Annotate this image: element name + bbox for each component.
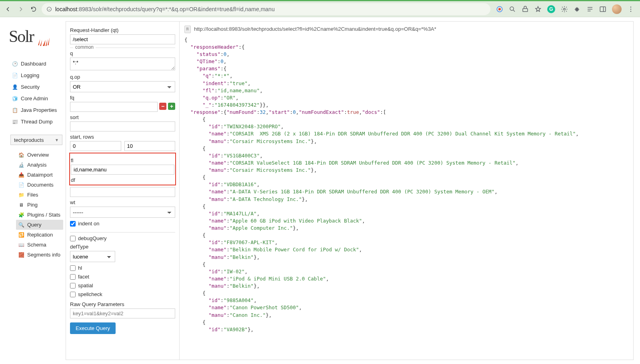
info-icon [46, 6, 52, 12]
nav-label: Security [21, 84, 40, 90]
nav-item-logging[interactable]: 📄Logging [10, 70, 66, 81]
url-rest: :8983/solr/#/techproducts/query?q=*:*&q.… [77, 6, 274, 12]
df-input[interactable] [70, 187, 175, 197]
subnav-label: Files [27, 192, 38, 198]
q-input[interactable] [70, 58, 175, 70]
extensions-puzzle-icon[interactable] [574, 6, 581, 13]
grammarly-icon[interactable]: G [547, 5, 555, 13]
forward-button[interactable] [16, 4, 26, 14]
nav-item-core-admin[interactable]: 🧊Core Admin [10, 93, 66, 104]
fq-add-button[interactable]: + [168, 103, 175, 110]
qt-input[interactable] [70, 34, 175, 44]
hl-label: hl [78, 265, 82, 271]
core-selector[interactable]: techproducts ▼ [10, 135, 62, 145]
solr-logo: Solr [9, 27, 66, 46]
subnav-item-schema[interactable]: 📖Schema [16, 240, 66, 250]
side-panel-icon[interactable] [599, 6, 606, 13]
fl-df-highlight-box: fl df [69, 153, 176, 185]
subnav-item-plugins-stats[interactable]: 🧩Plugins / Stats [16, 210, 66, 220]
execute-query-button[interactable]: Execute Query [70, 322, 116, 334]
subnav-item-replication[interactable]: 🔁Replication [16, 230, 66, 240]
subnav-item-dataimport[interactable]: 📥Dataimport [16, 170, 66, 180]
svg-point-7 [630, 6, 631, 7]
svg-point-2 [498, 8, 501, 10]
zoom-icon[interactable] [509, 6, 516, 13]
fq-label: fq [70, 95, 175, 101]
reading-list-icon[interactable] [586, 6, 594, 13]
spellcheck-checkbox[interactable] [70, 292, 76, 297]
rows-input[interactable] [124, 141, 176, 151]
svg-point-8 [630, 8, 631, 9]
query-form-panel: Request-Handler (qt) common q q.op OR fq… [66, 21, 179, 360]
subnav-label: Query [27, 222, 41, 228]
nav-item-thread-dump[interactable]: 📰Thread Dump [10, 116, 66, 127]
start-input[interactable] [70, 141, 121, 151]
nav-item-java-properties[interactable]: 📋Java Properties [10, 104, 66, 116]
nav-icon: 🧊 [12, 96, 18, 101]
nav-icon: 📋 [12, 107, 18, 113]
subnav-icon: 🖥 [18, 202, 24, 208]
common-fieldset-label: common [73, 44, 96, 50]
settings-gear-icon[interactable] [561, 6, 568, 13]
nav-item-dashboard[interactable]: 🕑Dashboard [10, 58, 66, 70]
facet-checkbox[interactable] [70, 274, 76, 280]
subnav-item-documents[interactable]: 📄Documents [16, 180, 66, 190]
nav-icon: 🕑 [12, 61, 18, 67]
svg-point-3 [510, 7, 514, 10]
subnav-icon: 🏠 [18, 152, 24, 158]
q-label: q [70, 50, 175, 56]
subnav-item-segments-info[interactable]: 🧱Segments info [16, 250, 66, 260]
nav-icon: 📄 [12, 73, 18, 78]
subnav-icon: 📁 [18, 192, 24, 198]
bookmark-star-icon[interactable] [534, 6, 542, 13]
subnav-item-overview[interactable]: 🏠Overview [16, 150, 66, 160]
chevron-down-icon: ▼ [55, 138, 59, 142]
fq-input[interactable] [70, 102, 158, 112]
result-panel: ⎘ http://localhost:8983/solr/techproduct… [179, 21, 634, 360]
subnav-icon: 📖 [18, 242, 24, 248]
profile-avatar[interactable] [612, 4, 622, 14]
hl-checkbox[interactable] [70, 265, 76, 271]
nav-label: Dashboard [21, 61, 46, 67]
subnav-icon: 📄 [18, 182, 24, 188]
request-url[interactable]: http://localhost:8983/solr/techproducts/… [194, 26, 436, 33]
qop-label: q.op [70, 74, 175, 80]
share-icon[interactable] [522, 6, 529, 13]
subnav-item-ping[interactable]: 🖥Ping [16, 200, 66, 210]
wt-select[interactable]: ------ [70, 207, 175, 218]
browser-menu-icon[interactable] [627, 6, 634, 13]
debugquery-checkbox[interactable] [70, 236, 76, 241]
spatial-checkbox[interactable] [70, 283, 76, 288]
fq-remove-button[interactable]: − [159, 103, 166, 110]
deftype-select[interactable]: lucene [70, 251, 115, 262]
subnav-label: Documents [27, 182, 54, 188]
nav-label: Thread Dump [21, 119, 52, 125]
subnav-label: Dataimport [27, 172, 53, 178]
google-icon[interactable] [496, 6, 503, 13]
subnav-icon: 🧩 [18, 212, 24, 218]
nav-item-security[interactable]: 👤Security [10, 81, 66, 93]
fl-input[interactable] [71, 165, 174, 175]
raw-params-input[interactable] [70, 308, 175, 318]
back-button[interactable] [3, 4, 13, 14]
subnav-item-query[interactable]: 🔍Query [16, 220, 63, 230]
solr-sun-icon [36, 32, 50, 46]
svg-point-9 [630, 11, 631, 12]
subnav-icon: 📥 [18, 172, 24, 178]
svg-rect-6 [600, 7, 606, 12]
indent-checkbox[interactable] [70, 221, 76, 227]
subnav-label: Segments info [27, 252, 60, 258]
qt-label: Request-Handler (qt) [70, 27, 175, 33]
subnav-item-analysis[interactable]: 🔬Analysis [16, 160, 66, 170]
nav-label: Logging [21, 72, 39, 78]
subnav-item-files[interactable]: 📁Files [16, 190, 66, 200]
nav-label: Java Properties [21, 107, 57, 113]
subnav-icon: 🔬 [18, 162, 24, 168]
sort-input[interactable] [70, 121, 175, 131]
subnav-icon: 🔁 [18, 232, 24, 238]
qop-select[interactable]: OR [70, 81, 175, 92]
subnav-label: Analysis [27, 162, 46, 168]
reload-button[interactable] [29, 4, 38, 14]
result-format-badge: ⎘ [184, 26, 191, 33]
address-bar[interactable]: localhost:8983/solr/#/techproducts/query… [42, 3, 490, 15]
